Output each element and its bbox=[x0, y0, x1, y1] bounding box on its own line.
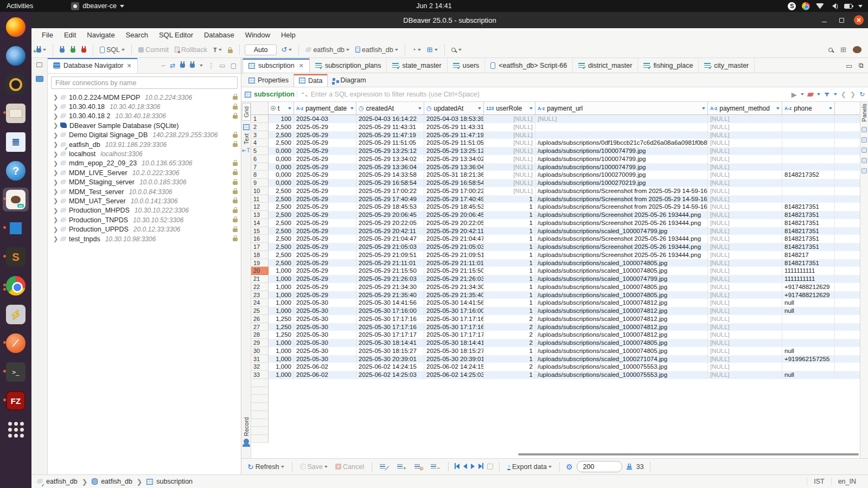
cell-payment_url[interactable]: /uploads/subscriptions/0df19bccb21c7c6d2… bbox=[535, 139, 708, 147]
cell-userrole[interactable]: 1 bbox=[484, 267, 535, 275]
cancel-button[interactable]: ✕Cancel bbox=[334, 462, 366, 472]
cell-payment_method[interactable]: [NULL] bbox=[708, 331, 782, 339]
table-row[interactable]: 311,0002025-05-302025-05-30 20:39:012025… bbox=[251, 355, 860, 363]
table-row[interactable]: 112,5002025-05-292025-05-29 17:40:492025… bbox=[251, 195, 860, 203]
connection-item[interactable]: ❯MDM_Staging_server10.0.0.185:3306 bbox=[48, 178, 241, 187]
expand-chevron-icon[interactable]: ❯ bbox=[53, 226, 58, 233]
cell-updatedat[interactable]: 2025-05-29 16:58:54 bbox=[424, 179, 484, 187]
cell-t[interactable]: 2,500 bbox=[269, 211, 294, 219]
sql-filter-input[interactable] bbox=[311, 91, 788, 98]
cell-createdat[interactable]: 2025-05-29 21:05:03 bbox=[356, 243, 424, 251]
dock-item-help[interactable]: ? bbox=[3, 159, 29, 183]
cell-t[interactable]: 1,000 bbox=[269, 307, 294, 315]
panel-calc-icon[interactable] bbox=[861, 147, 867, 153]
panel-grouping-icon[interactable] bbox=[861, 137, 867, 143]
perspective-icon[interactable]: ⊞ bbox=[840, 46, 846, 54]
cell-updatedat[interactable]: 2025-05-29 13:34:02 bbox=[424, 155, 484, 163]
cell-t[interactable]: 2,500 bbox=[269, 139, 294, 147]
table-row[interactable]: 60,0002025-05-292025-05-29 13:34:022025-… bbox=[251, 155, 860, 163]
cell-updatedat[interactable]: 2025-05-29 21:35:40 bbox=[424, 291, 484, 299]
connection-item[interactable]: ❯MDM_LIVE_Server10.2.0.222:3306 bbox=[48, 168, 241, 177]
cell-payment_url[interactable]: /uploads/subscriptions/1000270219.jpg bbox=[535, 179, 708, 187]
result-settings-icon[interactable]: ⚙ bbox=[566, 463, 573, 471]
expand-chevron-icon[interactable]: ❯ bbox=[53, 207, 58, 214]
cell-payment_method[interactable]: [NULL] bbox=[708, 115, 782, 123]
cell-phone[interactable]: 8148217 bbox=[782, 251, 835, 259]
cell-payment_method[interactable]: [NULL] bbox=[708, 131, 782, 139]
cell-t[interactable]: 0,000 bbox=[269, 147, 294, 155]
cell-userrole[interactable]: 1 bbox=[484, 211, 535, 219]
column-header-payment_method[interactable]: A-zpayment_method bbox=[708, 102, 782, 114]
cell-payment_date[interactable]: 2025-05-29 bbox=[294, 235, 356, 243]
cell-userrole[interactable]: 1 bbox=[484, 259, 535, 267]
new-connection-button[interactable]: + bbox=[35, 46, 48, 54]
expand-chevron-icon[interactable]: ❯ bbox=[53, 160, 58, 167]
close-button[interactable]: ✕ bbox=[854, 15, 864, 25]
column-filter-icon[interactable] bbox=[829, 107, 832, 111]
cell-createdat[interactable]: 2025-05-30 17:16:00 bbox=[356, 307, 424, 315]
cell-t[interactable]: 100 bbox=[269, 115, 294, 123]
cell-payment_url[interactable]: /uploads/subscriptions/Screenshot from 2… bbox=[535, 187, 708, 195]
column-header-t[interactable]: t bbox=[269, 102, 294, 114]
menu-navigate[interactable]: Navigate bbox=[82, 30, 119, 40]
last-row-button[interactable] bbox=[478, 463, 483, 471]
table-row[interactable]: 152,5002025-05-292025-05-29 20:42:112025… bbox=[251, 227, 860, 235]
row-number[interactable]: 30 bbox=[251, 347, 269, 355]
cell-payment_url[interactable]: /uploads/subscriptions/scaled_1000075553… bbox=[535, 363, 708, 371]
cell-t[interactable]: 2,500 bbox=[269, 243, 294, 251]
cell-payment_date[interactable]: 2025-05-29 bbox=[294, 147, 356, 155]
record-mode-icon[interactable] bbox=[244, 439, 249, 444]
cell-createdat[interactable]: 2025-05-29 18:45:53 bbox=[356, 203, 424, 211]
table-row[interactable]: 331,0002025-06-022025-06-02 14:25:032025… bbox=[251, 371, 860, 379]
cell-payment_method[interactable]: [NULL] bbox=[708, 347, 782, 355]
cell-createdat[interactable]: 2025-05-29 21:26:03 bbox=[356, 275, 424, 283]
add-row-button[interactable]: ＋ bbox=[395, 460, 409, 473]
subtab-properties[interactable]: Properties bbox=[244, 74, 293, 87]
cell-payment_url[interactable]: [NULL] bbox=[535, 115, 708, 123]
cell-t[interactable]: 2,500 bbox=[269, 203, 294, 211]
filter-forward-icon[interactable]: ❯ bbox=[850, 91, 856, 98]
cell-phone[interactable]: 8148217351 bbox=[782, 227, 835, 235]
cell-payment_date[interactable]: 2025-05-29 bbox=[294, 219, 356, 227]
column-filter-icon[interactable] bbox=[350, 107, 354, 111]
cell-phone[interactable]: 8148217351 bbox=[782, 211, 835, 219]
cell-payment_method[interactable]: [NULL] bbox=[708, 299, 782, 307]
layout-button[interactable]: ⊞ bbox=[425, 44, 439, 55]
cell-payment_date[interactable]: 2025-05-29 bbox=[294, 203, 356, 211]
cell-payment_date[interactable]: 2025-05-29 bbox=[294, 227, 356, 235]
cell-t[interactable]: 2,500 bbox=[269, 187, 294, 195]
cell-userrole[interactable]: 1 bbox=[484, 291, 535, 299]
cell-t[interactable]: 1,000 bbox=[269, 347, 294, 355]
cell-updatedat[interactable]: 2025-05-30 20:39:01 bbox=[424, 355, 484, 363]
grid-presentation-tab[interactable]: Grid bbox=[242, 103, 251, 121]
cell-t[interactable]: 0,000 bbox=[269, 163, 294, 171]
table-row[interactable]: 32,5002025-05-292025-05-29 11:47:192025-… bbox=[251, 131, 860, 139]
cell-createdat[interactable]: 2025-05-30 17:17:17 bbox=[356, 331, 424, 339]
cell-payment_date[interactable]: 2025-05-30 bbox=[294, 355, 356, 363]
cell-phone[interactable] bbox=[782, 123, 835, 131]
row-number[interactable]: 6 bbox=[251, 155, 269, 163]
cell-payment_date[interactable]: 2025-06-02 bbox=[294, 363, 356, 371]
table-row[interactable]: 80,0002025-05-292025-05-29 14:33:582025-… bbox=[251, 171, 860, 179]
editor-tab-users[interactable]: users bbox=[448, 58, 486, 73]
cell-payment_date[interactable]: 2025-05-29 bbox=[294, 243, 356, 251]
cell-updatedat[interactable]: 2025-05-29 20:42:11 bbox=[424, 227, 484, 235]
cell-updatedat[interactable]: 2025-05-29 20:06:45 bbox=[424, 211, 484, 219]
cell-payment_url[interactable]: /uploads/subscriptions/Screenshot 2025-0… bbox=[535, 219, 708, 227]
dock-item-firefox[interactable] bbox=[3, 15, 29, 39]
cell-phone[interactable] bbox=[782, 131, 835, 139]
cell-userrole[interactable]: 1 bbox=[484, 219, 535, 227]
cell-payment_method[interactable]: [NULL] bbox=[708, 203, 782, 211]
cell-updatedat[interactable]: 2025-05-31 18:21:36 bbox=[424, 171, 484, 179]
cell-updatedat[interactable]: 2025-05-29 13:25:12 bbox=[424, 147, 484, 155]
cell-payment_date[interactable]: 2025-05-29 bbox=[294, 123, 356, 131]
timezone-indicator[interactable]: IST bbox=[807, 477, 831, 486]
cell-payment_url[interactable]: /uploads/subscriptions/scaled_1000074799… bbox=[535, 275, 708, 283]
cell-payment_method[interactable]: [NULL] bbox=[708, 315, 782, 323]
commit-mode-selector[interactable]: Auto bbox=[245, 44, 277, 55]
cell-payment_url[interactable]: /uploads/subscriptions/scaled_1000074812… bbox=[535, 299, 708, 307]
cell-updatedat[interactable]: 2025-05-29 17:40:49 bbox=[424, 195, 484, 203]
scrollbar-thumb[interactable] bbox=[518, 453, 859, 455]
editor-tab--eatfish_db-script-66[interactable]: <eatfish_db> Script-66 bbox=[485, 58, 573, 73]
row-number[interactable]: 9 bbox=[251, 179, 269, 187]
